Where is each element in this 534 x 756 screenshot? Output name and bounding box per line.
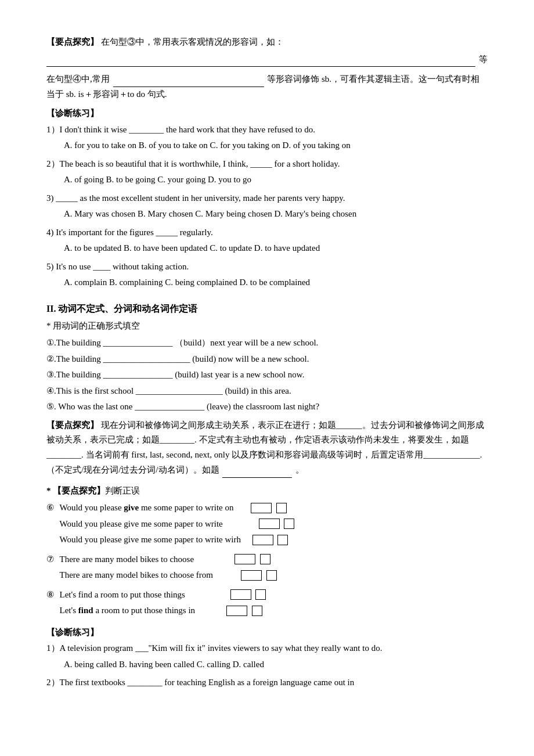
q4-text: 4) It's important for the figures _____ …: [46, 225, 488, 240]
q1-options: A. for you to take on B. of you to take …: [64, 138, 488, 153]
q5-text: 5) It's no use ____ without taking actio…: [46, 260, 488, 275]
key-point-header: 【要点探究】 在句型③中，常用表示客观情况的形容词，如：: [46, 35, 488, 50]
paren-7-1b: [260, 554, 270, 564]
paren-8-2b: [252, 606, 262, 616]
q1: 1）I don't think it wise ________ the har…: [46, 123, 488, 153]
q5: 5) It's no use ____ without taking actio…: [46, 260, 488, 290]
item6-num: ⑥: [46, 501, 60, 516]
etc-label: 等: [479, 52, 488, 67]
paren-8-2: [226, 606, 247, 616]
q2-text: 2）The beach is so beautiful that it is w…: [46, 157, 488, 172]
key-point2-text: 【要点探究】 现在分词和被修饰词之间形成主动关系，表示正在进行；如题______…: [46, 418, 488, 478]
q2-options: A. of going B. to be going C. your going…: [64, 172, 488, 188]
judge-item-8: ⑧ Let's find a room to put those things …: [46, 588, 488, 620]
fill-item-3: ③.The building ________________ (build) …: [46, 368, 488, 383]
key-point2-label: 【要点探究】: [46, 420, 99, 430]
diag2-q2-text: 2）The first textbooks ________ for teach…: [46, 675, 488, 690]
diag2-q1: 1）A television program ___"Kim will fix …: [46, 641, 488, 672]
section3-subtitle: * 【要点探究】判断正误: [46, 484, 488, 499]
paren-6-3b: [277, 535, 288, 545]
fill-item-2: ②.The building ____________________ (bui…: [46, 352, 488, 367]
q1-text: 1）I don't think it wise ________ the har…: [46, 123, 488, 138]
paren-6-2: [259, 519, 280, 529]
fill-item-1: ①.The building ________________ （build）n…: [46, 336, 488, 351]
section3: * 【要点探究】判断正误 ⑥ Would you please give me …: [46, 484, 488, 620]
q2: 2）The beach is so beautiful that it is w…: [46, 157, 488, 188]
item7-num: ⑦: [46, 552, 60, 567]
key-point-section: 【要点探究】 在句型③中，常用表示客观情况的形容词，如： 等 在句型④中,常用 …: [46, 35, 488, 102]
q3: 3) _____ as the most excellent student i…: [46, 191, 488, 222]
section2-title: II. 动词不定式、分词和动名词作定语: [46, 301, 488, 316]
diag-section-2: 【诊断练习】 1）A television program ___"Kim wi…: [46, 625, 488, 690]
key-point-text: 在句型③中，常用表示客观情况的形容词，如：: [101, 37, 284, 46]
blank-line-1: [46, 66, 475, 67]
item8-num: ⑧: [46, 588, 60, 603]
key-point2-block: 【要点探究】 现在分词和被修饰词之间形成主动关系，表示正在进行；如题______…: [46, 418, 488, 478]
diag2-label: 【诊断练习】: [46, 625, 488, 640]
diag2-q1-options: A. being called B. having been called C.…: [64, 657, 488, 672]
diag2-q2: 2）The first textbooks ________ for teach…: [46, 675, 488, 690]
section2: II. 动词不定式、分词和动名词作定语 * 用动词的正确形式填空 ①.The b…: [46, 301, 488, 478]
diag1-label: 【诊断练习】: [46, 106, 488, 121]
diag-section-1: 【诊断练习】 1）I don't think it wise ________ …: [46, 106, 488, 290]
q4-options: A. to be updated B. to have been updated…: [64, 241, 488, 256]
blank-kp2: [222, 462, 292, 478]
paren-6-1b: [276, 503, 287, 513]
paren-7-2: [241, 570, 262, 581]
q4: 4) It's important for the figures _____ …: [46, 225, 488, 256]
judge-item-6: ⑥ Would you please give me some paper to…: [46, 501, 488, 549]
fill-item-5: ⑤. Who was the last one ________________…: [46, 399, 488, 415]
line2-start: 在句型④中,常用: [46, 74, 110, 84]
paren-6-3: [252, 535, 273, 545]
section2-subtitle: * 用动词的正确形式填空: [46, 319, 488, 334]
paren-6-1: [251, 503, 272, 513]
q3-options: A. Mary was chosen B. Mary chosen C. Mar…: [64, 207, 488, 222]
paren-8-1b: [255, 589, 266, 600]
paren-7-2b: [266, 570, 277, 581]
paren-8-1: [230, 589, 251, 600]
key-point-label: 【要点探究】: [46, 37, 99, 46]
fill-blank-items: ①.The building ________________ （build）n…: [46, 336, 488, 415]
diag2-q1-text: 1）A television program ___"Kim will fix …: [46, 641, 488, 656]
line2: 在句型④中,常用 等形容词修饰 sb.，可看作其逻辑主语。这一句式有时相当于 s…: [46, 71, 488, 102]
judge-item-7: ⑦ There are many model bikes to choose T…: [46, 552, 488, 584]
q3-text: 3) _____ as the most excellent student i…: [46, 191, 488, 206]
paren-6-2b: [284, 519, 294, 529]
paren-7-1: [234, 554, 255, 564]
blank-line2-fill: [113, 71, 264, 87]
fill-item-4: ④.This is the first school _____________…: [46, 384, 488, 399]
q5-options: A. complain B. complaining C. being comp…: [64, 275, 488, 290]
